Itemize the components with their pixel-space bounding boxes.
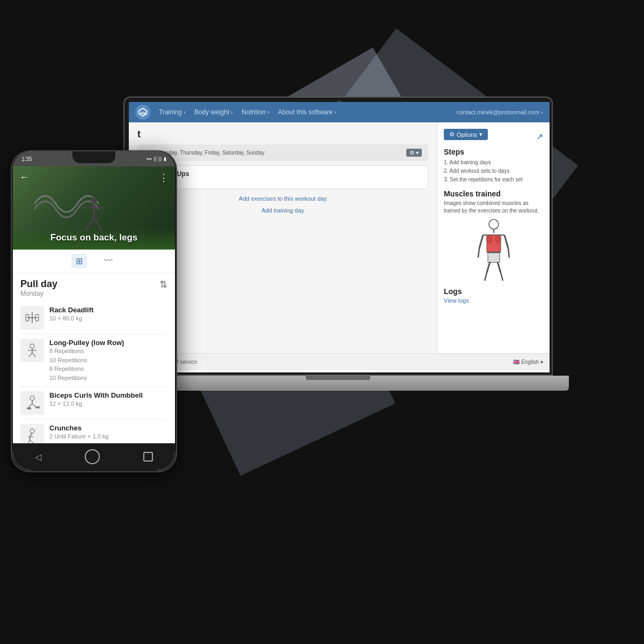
svg-point-7 [495, 235, 501, 244]
svg-line-9 [504, 235, 508, 248]
svg-line-31 [32, 353, 35, 357]
phone-bottom-nav: ◁ [13, 443, 175, 470]
step-1: 1. Add training days [444, 158, 543, 167]
svg-line-22 [94, 217, 102, 231]
phone-time: 1:35 [21, 156, 32, 162]
deadlift-info: Rack Deadlift 10 × 80.0 kg [49, 306, 167, 323]
svg-point-27 [30, 344, 34, 348]
svg-text:wg: wg [140, 111, 146, 115]
svg-line-17 [501, 273, 503, 281]
svg-line-30 [29, 353, 32, 357]
svg-point-6 [486, 235, 493, 244]
share-icon[interactable]: ↗ [536, 131, 543, 142]
body-figure [444, 219, 543, 283]
svg-line-10 [478, 248, 479, 258]
exercise-row: Pike Push Ups 3 × 5 [137, 165, 428, 189]
add-exercise-link[interactable]: Add exercises to this workout day [137, 192, 428, 205]
wifi-icon: ((·)) [154, 156, 162, 162]
bodyweight-dropdown-arrow: ▾ [231, 110, 233, 115]
hero-back-button[interactable]: ← [19, 172, 29, 183]
workout-title: Pull day [20, 279, 57, 290]
workout-day: Monday [20, 290, 57, 297]
laptop-hinge [306, 375, 370, 380]
language-selector[interactable]: 🇬🇧 English ▾ [513, 359, 543, 365]
options-button[interactable]: ⚙ Options ▾ [444, 129, 488, 140]
tab-chart[interactable]: 〰 [100, 254, 117, 268]
exercise-item-pulley: Long-Pulley (low Row) 8 Repetitions 10 R… [20, 334, 167, 387]
options-dropdown-arrow: ▾ [479, 131, 482, 138]
svg-line-15 [497, 262, 501, 273]
view-logs-link[interactable]: View logs [444, 297, 543, 304]
nav-training[interactable]: Training ▾ [159, 108, 186, 116]
pulley-info: Long-Pulley (low Row) 8 Repetitions 10 R… [49, 339, 167, 382]
muscles-title: Muscles trained [444, 189, 543, 198]
phone-screen: 1:35 ▪▪▪ ((·)) ▮ [13, 151, 175, 470]
svg-point-2 [489, 219, 499, 229]
phone-hero: ← ⋮ Focus on back, legs [13, 166, 175, 250]
curl-icon [20, 391, 44, 415]
laptop: wg Training ▾ Body weight ▾ Nutrition ▾ … [123, 97, 564, 408]
user-email: contact.minek@protonmail.com ▾ [457, 109, 543, 115]
deadlift-name: Rack Deadlift [49, 306, 167, 314]
sort-icon[interactable]: ⇅ [159, 279, 167, 290]
nav-about[interactable]: About this software ▾ [278, 108, 336, 116]
phone: 1:35 ▪▪▪ ((·)) ▮ [11, 150, 177, 472]
gear-dropdown-arrow: ▾ [416, 150, 419, 156]
steps-content: 1. Add training days 2. Add workout sets… [444, 158, 543, 184]
curls-detail: 12 × 12.0 kg [49, 399, 167, 408]
gear-icon: ⚙ [409, 150, 414, 156]
phone-back-button[interactable]: ◁ [35, 452, 41, 462]
laptop-screen: wg Training ▾ Body weight ▾ Nutrition ▾ … [129, 102, 550, 372]
exercise-sets: 3 × 5 [144, 178, 421, 184]
hero-menu-button[interactable]: ⋮ [159, 172, 169, 184]
laptop-navbar: wg Training ▾ Body weight ▾ Nutrition ▾ … [129, 102, 550, 122]
exercise-list: Rack Deadlift 10 × 80.0 kg Long-Pulley (… [13, 299, 175, 455]
laptop-footer: Imprint Terms of service 🇬🇧 English ▾ [129, 353, 550, 370]
tab-grid[interactable]: ⊞ [71, 254, 87, 268]
phone-recent-button[interactable] [143, 452, 153, 462]
exercise-item-deadlift: Rack Deadlift 10 × 80.0 kg [20, 302, 167, 334]
muscles-description: Images show combined muscles as trained … [444, 200, 543, 215]
phone-tabs: ⊞ 〰 [13, 250, 175, 273]
pulley-detail: 8 Repetitions 10 Repetitions 8 Repetitio… [49, 347, 167, 382]
app-logo: wg [135, 105, 150, 120]
svg-point-37 [30, 429, 34, 433]
svg-line-16 [485, 273, 487, 281]
pulley-name: Long-Pulley (low Row) [49, 339, 167, 347]
lang-dropdown-arrow: ▾ [540, 359, 543, 365]
svg-point-32 [30, 396, 34, 400]
workout-day-header: y, Wednesday, Thursday, Friday, Saturday… [137, 144, 428, 161]
about-dropdown-arrow: ▾ [334, 110, 336, 115]
signal-icon: ▪▪▪ [147, 156, 152, 162]
phone-home-button[interactable] [85, 449, 100, 464]
crunches-name: Crunches [49, 424, 167, 432]
phone-notch [72, 151, 115, 163]
curls-name: Biceps Curls With Dumbbell [49, 391, 167, 399]
hero-label: Focus on back, legs [13, 232, 175, 243]
svg-rect-36 [35, 406, 40, 408]
flag-icon: 🇬🇧 [513, 359, 519, 365]
step-2: 2. Add workout sets to days [444, 167, 543, 175]
svg-line-8 [479, 235, 483, 248]
deadlift-icon [20, 306, 44, 330]
options-gear-icon: ⚙ [449, 131, 455, 138]
logs-title: Logs [444, 287, 543, 296]
add-training-day-link[interactable]: Add training day [137, 205, 428, 216]
curls-info: Biceps Curls With Dumbbell 12 × 12.0 kg [49, 391, 167, 408]
svg-rect-35 [27, 407, 31, 409]
svg-line-14 [487, 262, 490, 273]
steps-title: Steps [444, 148, 543, 156]
phone-workout-header: Pull day Monday ⇅ [13, 273, 175, 299]
nav-nutrition[interactable]: Nutrition ▾ [241, 108, 269, 116]
gear-settings-button[interactable]: ⚙ ▾ [406, 149, 422, 157]
battery-icon: ▮ [164, 156, 166, 162]
crunches-info: Crunches 2 Until Failure × 1.0 kg [49, 424, 167, 441]
nav-bodyweight[interactable]: Body weight ▾ [194, 108, 233, 116]
training-dropdown-arrow: ▾ [184, 110, 186, 115]
row-icon [20, 339, 44, 362]
nutrition-dropdown-arrow: ▾ [267, 110, 269, 115]
exercise-name: Pike Push Ups [144, 170, 421, 178]
step-3: 3. Set the repetitions for each set [444, 175, 543, 184]
svg-rect-13 [488, 253, 500, 262]
laptop-sidebar: ⚙ Options ▾ ↗ Steps 1. Add training days… [437, 122, 550, 353]
